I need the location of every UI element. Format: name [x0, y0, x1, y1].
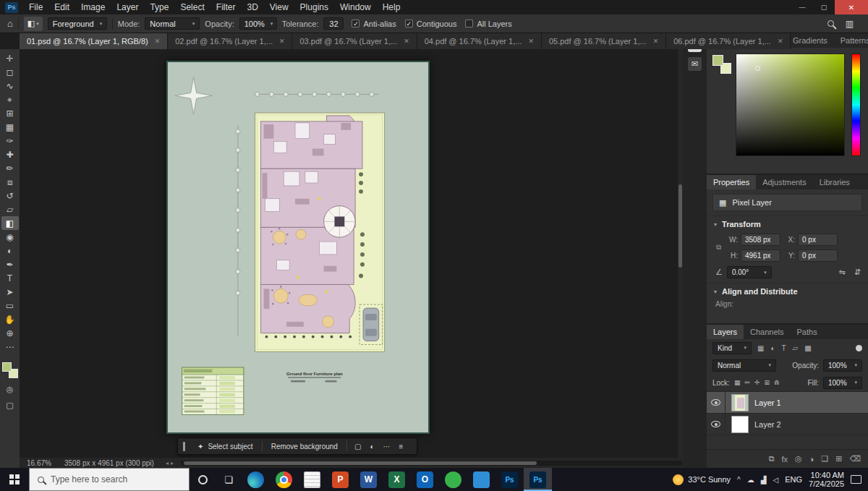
hidden-icons-chevron[interactable]: ^ [737, 476, 741, 484]
history-brush-tool[interactable]: ↺ [1, 189, 19, 202]
align-section-header[interactable]: Align and Distribute [707, 283, 868, 299]
horizontal-scrollbar-thumb[interactable] [184, 461, 537, 465]
taskbar-clock[interactable]: 10:40 AM 7/24/2025 [809, 471, 844, 489]
scroll-right-icon[interactable]: ▸ [171, 460, 174, 466]
lock-position-icon[interactable]: ✛ [754, 379, 760, 386]
tab-channels[interactable]: Channels [744, 325, 790, 339]
network-icon[interactable]: ▟ [761, 476, 767, 484]
type-tool[interactable]: T [1, 271, 19, 285]
lock-transparency-icon[interactable]: ▦ [734, 379, 741, 386]
blend-mode-dropdown[interactable]: Normal [712, 359, 776, 372]
flip-vertical-icon[interactable]: ⇵ [854, 268, 861, 277]
menu-type[interactable]: Type [144, 0, 174, 14]
lock-all-icon[interactable]: ⋒ [774, 379, 780, 386]
menu-filter[interactable]: Filter [210, 0, 242, 14]
menu-image[interactable]: Image [75, 0, 111, 14]
filter-smart-objects-icon[interactable]: ▩ [803, 344, 812, 352]
search-input[interactable] [51, 474, 166, 484]
canvas-area[interactable]: Ground floor Furniture plan ✦ Select sub… [20, 49, 678, 458]
marquee-tool[interactable]: ◻ [1, 65, 19, 79]
photoshop-icon[interactable]: Ps [495, 468, 524, 491]
edge-icon[interactable] [242, 468, 270, 491]
tab-03-pdf[interactable]: 03.pdf @ 16.7% (Layer 1,... ✕ [292, 33, 417, 49]
tab-layers[interactable]: Layers [707, 325, 744, 339]
invert-icon[interactable]: ◐ [365, 443, 378, 451]
vertical-scrollbar[interactable] [678, 49, 683, 458]
vertical-scrollbar-thumb[interactable] [678, 184, 682, 268]
foreground-color-swatch[interactable] [712, 55, 723, 66]
comments-icon[interactable]: ✉ [688, 57, 702, 71]
tab-gradients[interactable]: Gradients [786, 33, 834, 48]
eyedropper-tool[interactable]: ✑ [1, 134, 19, 148]
search-icon[interactable] [827, 20, 834, 27]
menu-plugins[interactable]: Plugins [294, 0, 334, 14]
layer-visibility-toggle[interactable] [707, 414, 726, 435]
hue-slider[interactable] [851, 54, 861, 156]
document-app-icon[interactable] [298, 468, 326, 491]
mode-dropdown[interactable]: Normal [145, 17, 200, 30]
blur-tool[interactable]: ◉ [1, 230, 19, 244]
zoom-level[interactable]: 16.67% [27, 459, 51, 467]
quick-mask-icon[interactable]: ◎ [7, 385, 14, 394]
layer-thumbnail[interactable] [731, 394, 749, 411]
flip-horizontal-icon[interactable]: ⇋ [839, 268, 846, 277]
powerpoint-icon[interactable]: P [326, 468, 354, 491]
path-selection-tool[interactable]: ➤ [1, 285, 19, 299]
close-button[interactable]: ✕ [835, 0, 868, 14]
weather-widget[interactable]: 33°C Sunny [673, 474, 731, 485]
tab-04-pdf[interactable]: 04.pdf @ 16.7% (Layer 1,... ✕ [417, 33, 542, 49]
workspace-switcher-icon[interactable]: ▥ [846, 19, 854, 29]
horizontal-scrollbar[interactable] [181, 461, 682, 466]
panel-color-swatches[interactable] [712, 55, 733, 75]
new-layer-icon[interactable]: ⊞ [835, 454, 842, 464]
menu-help[interactable]: Help [377, 0, 407, 14]
tab-paths[interactable]: Paths [791, 325, 824, 339]
layer-row-1[interactable]: Layer 1 [707, 392, 868, 414]
open-document[interactable]: Ground floor Furniture plan [166, 61, 430, 434]
width-input[interactable]: 3508 px [741, 234, 780, 246]
clone-stamp-tool[interactable]: ⧈ [1, 175, 19, 189]
tab-02-pdf[interactable]: 02.pdf @ 16.7% (Layer 1,... ✕ [168, 33, 292, 49]
tab-close-icon[interactable]: ✕ [778, 38, 783, 45]
menu-3d[interactable]: 3D [241, 0, 263, 14]
screen-mode-icon[interactable]: ▢ [6, 401, 13, 410]
tab-properties[interactable]: Properties [707, 175, 756, 189]
edit-toolbar-icon[interactable]: ⋯ [1, 340, 19, 354]
minimize-button[interactable]: — [791, 0, 813, 14]
layer-row-2[interactable]: Layer 2 [707, 414, 868, 435]
opacity-dropdown[interactable]: 100% [239, 17, 277, 30]
menu-window[interactable]: Window [334, 0, 377, 14]
dodge-tool[interactable]: ◐ [1, 244, 19, 257]
layer-thumbnail[interactable] [731, 416, 749, 433]
paint-bucket-tool[interactable]: ◧ [1, 216, 19, 230]
anti-alias-checkbox[interactable]: Anti-alias [352, 20, 396, 28]
action-center-icon[interactable] [851, 475, 861, 484]
lock-artboard-icon[interactable]: ⊞ [765, 379, 770, 386]
language-indicator[interactable]: ENG [785, 475, 802, 484]
menu-edit[interactable]: Edit [48, 0, 75, 14]
tab-close-icon[interactable]: ✕ [404, 38, 409, 45]
restore-button[interactable]: ▢ [813, 0, 835, 14]
all-layers-checkbox[interactable]: All Layers [465, 20, 511, 28]
filter-shape-layers-icon[interactable]: ▱ [791, 344, 800, 352]
start-button[interactable] [0, 468, 29, 491]
tab-adjustments[interactable]: Adjustments [756, 175, 813, 189]
tab-05-pdf[interactable]: 05.pdf @ 16.7% (Layer 1,... ✕ [542, 33, 666, 49]
chrome-icon[interactable] [270, 468, 298, 491]
filter-kind-dropdown[interactable]: Kind [712, 342, 752, 354]
onedrive-icon[interactable]: ☁ [747, 476, 754, 484]
rectangle-tool[interactable]: ▭ [1, 299, 19, 312]
move-tool[interactable]: ✛ [1, 51, 19, 65]
active-tool-chip[interactable]: ◧ [24, 17, 43, 31]
foreground-color-swatch[interactable] [2, 362, 12, 372]
layer-visibility-toggle[interactable] [707, 392, 726, 413]
adjustment-layer-icon[interactable]: ◑ [809, 455, 814, 464]
layer-fill-dropdown[interactable]: 100% [823, 377, 862, 389]
bar-properties-icon[interactable]: ≡ [394, 443, 407, 451]
object-selection-tool[interactable]: ⌖ [1, 93, 19, 106]
home-icon[interactable]: ⌂ [7, 18, 13, 29]
layer-style-icon[interactable]: fx [782, 455, 788, 464]
eraser-tool[interactable]: ▱ [1, 202, 19, 216]
more-options-icon[interactable]: ⋯ [378, 443, 394, 451]
tab-close-icon[interactable]: ✕ [279, 38, 285, 45]
